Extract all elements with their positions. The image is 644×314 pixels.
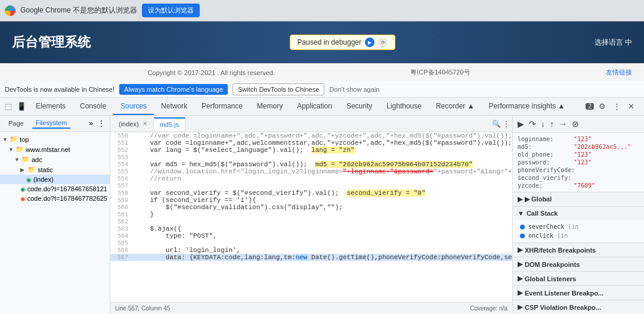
devtools-inspect-icon[interactable]: ⬚ <box>2 101 14 112</box>
devtools-settings-icon[interactable]: ⚙ <box>596 101 608 112</box>
lang-value: 中 <box>625 38 632 46</box>
tree-label-index: (index) <box>33 176 54 183</box>
code-line-559: 559 if (second_vierify == '1'){ <box>110 197 512 204</box>
tab-recorder[interactable]: Recorder ▲ <box>429 98 482 115</box>
tab-console[interactable]: Console <box>73 98 113 115</box>
footer-icp: 粤ICP备14045720号 <box>410 68 470 77</box>
match-chrome-language-button[interactable]: Always match Chrome's language <box>119 84 228 95</box>
file-icon-index: ◉ <box>26 176 32 183</box>
debug-resume-btn[interactable]: ▶ <box>516 118 525 130</box>
debug-var-phone-verify: phoneVerifyCode: <box>518 166 639 174</box>
file-tree-more-icon[interactable]: » <box>89 119 93 128</box>
tab-memory[interactable]: Memory <box>250 98 290 115</box>
tab-sources[interactable]: Sources <box>113 98 154 115</box>
code-line-553: 553 <box>110 154 512 161</box>
code-content[interactable]: 550 //var code =loginname+",adc,"+passwo… <box>110 132 512 302</box>
callstack-item-severcheck[interactable]: severCheck (in <box>518 222 639 231</box>
devtools-close-icon[interactable]: ✕ <box>626 101 637 112</box>
debug-callstack-section: ▼ Call Stack severCheck (in onclick (in <box>513 207 644 243</box>
coverage-status: Coverage: n/a <box>470 305 507 312</box>
debug-xhr-header[interactable]: ▶ XHR/fetch Breakpoints <box>513 243 644 257</box>
tab-performance-insights[interactable]: Performance insights ▲ <box>482 98 572 115</box>
tab-application[interactable]: Application <box>290 98 339 115</box>
debug-global-listeners-header[interactable]: ▶ Global Listeners <box>513 272 644 285</box>
site-title: 后台管理系统 <box>12 33 91 51</box>
debug-deactivate-btn[interactable]: ⊘ <box>571 118 580 130</box>
file-tree-options-icon[interactable]: ⋮ <box>98 119 105 128</box>
switch-devtools-chinese-button[interactable]: Switch DevTools to Chinese <box>233 83 324 95</box>
line-col-status: Line 567, Column 45 <box>115 305 170 312</box>
debug-global-arrow: ▶ <box>518 195 522 203</box>
tab-network[interactable]: Network <box>154 98 194 115</box>
close-index-tab-icon[interactable]: ✕ <box>143 120 147 127</box>
code-tab-index[interactable]: (index) ✕ <box>113 118 154 130</box>
code-lines: 550 //var code =loginname+",adc,"+passwo… <box>110 132 512 261</box>
code-line-567: 567 data: {KEYDATA:code,lang:lang,tm:new… <box>110 254 512 261</box>
chrome-bar: Google Chrome 不是您的默认浏览器 设为默认浏览器 <box>0 0 644 21</box>
debug-callstack-arrow: ▼ <box>518 210 524 217</box>
devtools-tab-icons: 2 ⚙ ⋮ ✕ <box>586 101 642 112</box>
tab-security[interactable]: Security <box>339 98 379 115</box>
tree-item-adc[interactable]: ▼ 📁 adc <box>0 154 110 164</box>
debug-var-loginname: loginname: "123" <box>518 135 639 143</box>
tree-label-mtstar: www.mtstar.net <box>26 146 70 153</box>
debug-dom-label: DOM Breakpoints <box>525 261 580 268</box>
tree-arrow-adc: ▼ <box>14 157 21 163</box>
debug-global-listeners-section: ▶ Global Listeners <box>513 272 644 286</box>
file-tree-tab-page[interactable]: Page <box>5 119 27 128</box>
devtools-more-icon[interactable]: ⋮ <box>611 101 623 112</box>
footer-link[interactable]: 友情链接 <box>606 68 632 77</box>
code-line-562: 562 <box>110 218 512 225</box>
debug-step-over-btn[interactable]: ↷ <box>528 118 537 130</box>
tree-item-code1[interactable]: ◉ code.do?t=1678467658121 <box>0 184 110 194</box>
tree-item-code2[interactable]: ◉ code.do?t=1678467782625 <box>0 194 110 203</box>
code-line-557: 557 <box>110 182 512 189</box>
chrome-logo-icon <box>5 5 16 16</box>
debug-global-listeners-label: Global Listeners <box>525 275 576 282</box>
tab-elements[interactable]: Elements <box>29 98 73 115</box>
debugger-play-icon[interactable]: ▶ <box>365 38 374 47</box>
code-line-561: 561 } <box>110 211 512 218</box>
set-default-browser-button[interactable]: 设为默认浏览器 <box>142 4 200 17</box>
devtools-tab-bar: ⬚ 📱 Elements Console Sources Network Per… <box>0 98 644 116</box>
devtools-main: Page Filesystem » ⋮ ▼ 📁 top ▼ 📁 www.mtst… <box>0 116 644 314</box>
debug-dom-header[interactable]: ▶ DOM Breakpoints <box>513 257 644 271</box>
debug-csp-header[interactable]: ▶ CSP Violation Breakpo... <box>513 300 644 314</box>
debug-step-into-btn[interactable]: ↓ <box>540 118 546 130</box>
code-tab-md5[interactable]: md5.js <box>154 117 185 130</box>
tab-performance[interactable]: Performance <box>194 98 250 115</box>
debug-var-md5: md5: "202cb962ac5..." <box>518 143 639 151</box>
tree-label-adc: adc <box>32 156 42 163</box>
debugger-text: Paused in debugger <box>298 38 361 46</box>
callstack-dot2-icon <box>520 234 525 238</box>
tree-item-index[interactable]: ◉ (index) <box>0 175 110 184</box>
code-line-566: 566 url: 'login_login', <box>110 247 512 254</box>
file-tree-tab-filesystem[interactable]: Filesystem <box>32 118 71 129</box>
code-line-564: 564 type: "POST", <box>110 232 512 240</box>
devtools-mobile-icon[interactable]: 📱 <box>14 101 29 112</box>
callstack-item-onclick[interactable]: onclick (in <box>518 231 639 240</box>
debug-csp-section: ▶ CSP Violation Breakpo... <box>513 300 644 314</box>
code-status-bar: Line 567, Column 45 Coverage: n/a <box>110 302 512 314</box>
code-line-551: 551 var code =loginname+",adc,welcomment… <box>110 139 512 147</box>
debug-callstack-header[interactable]: ▼ Call Stack <box>513 207 644 220</box>
file-tree-content: ▼ 📁 top ▼ 📁 www.mtstar.net ▼ 📁 adc ▶ 📁 <box>0 132 110 314</box>
debug-var-second-vierify: second_vierify: <box>518 174 639 182</box>
file-icon-code1: ◉ <box>20 186 26 192</box>
code-line-556: 556 //return <box>110 175 512 182</box>
debug-step-btn[interactable]: → <box>558 118 568 130</box>
dismiss-notify-button[interactable]: Don't show again <box>329 86 379 93</box>
debug-event-header[interactable]: ▶ Event Listener Breakpo... <box>513 286 644 300</box>
tree-item-static[interactable]: ▶ 📁 static <box>0 164 110 175</box>
code-search-icon[interactable]: 🔍 <box>492 120 501 128</box>
tree-label-static: static <box>38 166 53 173</box>
debug-var-old-phone: old_phone: "123" <box>518 151 639 158</box>
tab-lighthouse[interactable]: Lighthouse <box>379 98 429 115</box>
devtools-badge: 2 <box>586 103 594 110</box>
debugger-record-icon[interactable]: ⟳ <box>378 38 388 47</box>
debug-global-header[interactable]: ▶ ▶ Global <box>513 192 644 206</box>
code-more-icon[interactable]: ⋮ <box>503 120 510 128</box>
debug-step-out-btn[interactable]: ↑ <box>549 118 555 130</box>
tree-item-top[interactable]: ▼ 📁 top <box>0 134 110 144</box>
tree-item-mtstar[interactable]: ▼ 📁 www.mtstar.net <box>0 144 110 154</box>
